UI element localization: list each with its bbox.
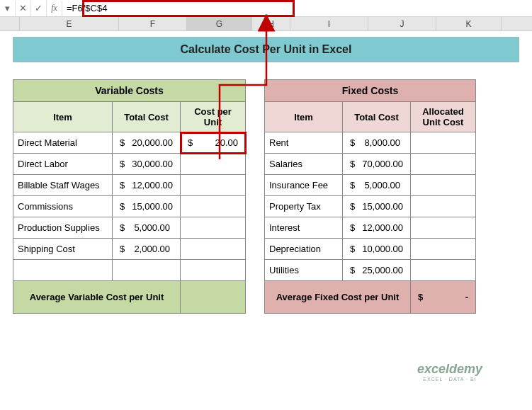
var-avg-value[interactable] <box>181 281 246 314</box>
cell-cpu[interactable] <box>181 239 246 260</box>
cell-item[interactable]: Production Supplies <box>13 217 113 239</box>
table-row: Billable Staff Wages $12,000.00 <box>13 175 246 196</box>
table-row-blank <box>13 260 246 281</box>
cell-total[interactable]: $30,000.00 <box>113 154 181 175</box>
cell-total[interactable]: $15,000.00 <box>113 196 181 217</box>
fix-avg-label: Average Fixed Cost per Unit <box>265 281 411 314</box>
col-header-J[interactable]: J <box>368 17 436 30</box>
cell-cpu[interactable] <box>181 196 246 217</box>
fix-h-auc: Allocated Unit Cost <box>411 102 476 132</box>
table-row: Utilities$25,000.00 <box>265 260 476 281</box>
watermark: exceldemy EXCEL · DATA · BI <box>417 362 482 382</box>
table-row: Rent$8,000.00 <box>265 132 476 154</box>
dropdown-icon[interactable]: ▾ <box>0 1 16 16</box>
fixed-costs-table: Fixed Costs Item Total Cost Allocated Un… <box>264 79 476 314</box>
cell-item[interactable]: Commissions <box>13 196 113 217</box>
fx-icon[interactable]: fx <box>47 1 62 16</box>
col-header-H[interactable]: H <box>252 17 290 30</box>
enter-icon[interactable]: ✓ <box>31 1 47 16</box>
table-row: Property Tax$15,000.00 <box>265 196 476 217</box>
cell-total[interactable]: $2,000.00 <box>113 239 181 260</box>
cell-item[interactable]: Billable Staff Wages <box>13 175 113 196</box>
table-row: Shipping Cost $2,000.00 <box>13 239 246 260</box>
cell-item[interactable]: Direct Labor <box>13 154 113 175</box>
formula-input[interactable]: =F6/$C$4 <box>62 1 532 15</box>
column-headers: E F G H I J K <box>0 17 532 31</box>
var-avg-label: Average Variable Cost per Unit <box>13 281 181 314</box>
fix-h-total: Total Cost <box>343 102 411 132</box>
cancel-icon[interactable]: ✕ <box>16 1 31 16</box>
table-row: Salaries$70,000.00 <box>265 154 476 175</box>
worksheet[interactable]: Calculate Cost Per Unit in Excel Variabl… <box>0 31 532 314</box>
cell-cpu[interactable] <box>181 217 246 239</box>
cell-total[interactable]: $5,000.00 <box>113 217 181 239</box>
table-row: Interest$12,000.00 <box>265 217 476 239</box>
table-row: Commissions $15,000.00 <box>13 196 246 217</box>
cell-item[interactable]: Direct Material <box>13 132 113 154</box>
var-h-cpu: Cost per Unit <box>181 102 246 132</box>
variable-costs-table: Variable Costs Item Total Cost Cost per … <box>13 79 246 314</box>
var-avg-row: Average Variable Cost per Unit <box>13 281 246 314</box>
table-row: Depreciation$10,000.00 <box>265 239 476 260</box>
col-header-I[interactable]: I <box>290 17 368 30</box>
table-row: Insurance Fee$5,000.00 <box>265 175 476 196</box>
col-header-E[interactable]: E <box>20 17 119 30</box>
table-row: Direct Material $20,000.00 $20.00 <box>13 132 246 154</box>
var-h-total: Total Cost <box>113 102 181 132</box>
cell-item[interactable]: Shipping Cost <box>13 239 113 260</box>
var-h-item: Item <box>13 102 113 132</box>
col-header-F[interactable]: F <box>119 17 187 30</box>
cell-total[interactable]: $12,000.00 <box>113 175 181 196</box>
fix-avg-row: Average Fixed Cost per Unit $- <box>265 281 476 314</box>
cell-cpu[interactable] <box>181 154 246 175</box>
table-row: Direct Labor $30,000.00 <box>13 154 246 175</box>
fix-h-item: Item <box>265 102 343 132</box>
page-title: Calculate Cost Per Unit in Excel <box>13 37 519 62</box>
col-header-K[interactable]: K <box>436 17 502 30</box>
fix-avg-value[interactable]: $- <box>411 281 476 314</box>
cell-cpu-selected[interactable]: $20.00 <box>181 132 246 154</box>
fixed-title: Fixed Costs <box>265 80 476 102</box>
cell-cpu[interactable] <box>181 175 246 196</box>
cell-total[interactable]: $20,000.00 <box>113 132 181 154</box>
col-header-G[interactable]: G <box>187 17 252 30</box>
col-header-blank <box>0 17 20 30</box>
variable-title: Variable Costs <box>13 80 246 102</box>
formula-bar: ▾ ✕ ✓ fx =F6/$C$4 <box>0 0 532 17</box>
table-row: Production Supplies $5,000.00 <box>13 217 246 239</box>
